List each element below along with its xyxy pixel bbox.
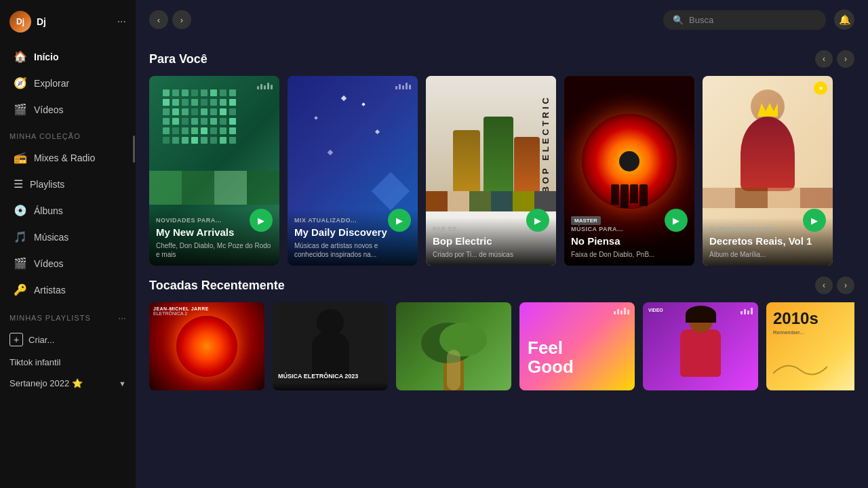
play-button[interactable]: ▶ bbox=[803, 209, 826, 232]
card-bop-electric[interactable]: BOP ELECTRIC PAR DE... Bop Electric Cria… bbox=[426, 76, 556, 266]
card-title: No Piensa bbox=[571, 235, 688, 247]
sidebar-item-inicio[interactable]: 🏠 Início bbox=[4, 43, 132, 70]
explore-icon: 🧭 bbox=[14, 77, 27, 89]
artist-icon: 🔑 bbox=[14, 283, 27, 296]
card-decretos-reais[interactable]: ★ ÁLBUM NOVO PARA... Decretos Reais, Vol… bbox=[703, 76, 833, 266]
bop-vertical-text: BOP ELECTRIC bbox=[540, 95, 551, 193]
create-playlist-button[interactable]: + Criar... bbox=[0, 327, 136, 352]
tocadas-prev-button[interactable]: ‹ bbox=[815, 277, 833, 294]
sidebar-item-musicas[interactable]: 🎵 Músicas bbox=[4, 224, 132, 250]
para-voce-title: Para Você bbox=[149, 52, 208, 66]
card-subtitle: Cheffe, Don Diablo, Mc Poze do Rodo e ma… bbox=[156, 241, 273, 259]
card-overlay: MÚSICA ELETRÔNICA 2023 bbox=[273, 382, 388, 390]
album-icon: 💿 bbox=[14, 204, 27, 217]
card-title: Decretos Reais, Vol 1 bbox=[709, 235, 826, 247]
tocadas-title: Tocadas Recentemente bbox=[149, 279, 285, 293]
scrollbar-thumb[interactable] bbox=[133, 136, 135, 163]
sidebar-header: Dj Dj ··· bbox=[0, 0, 136, 43]
sidebar-item-videos[interactable]: 🎬 Vídeos bbox=[4, 96, 132, 123]
card-jean-michel[interactable]: JEAN-MICHEL JARRE ELETRÔNICA 2 bbox=[149, 302, 264, 390]
card-no-piensa[interactable]: MASTER MÚSICA PARA... No Piensa Faixa de… bbox=[564, 76, 694, 266]
card-subtitle: Faixa de Don Diablo, PnB... bbox=[571, 250, 688, 259]
video-icon: 🎬 bbox=[14, 103, 27, 116]
video-badge: VIDEO bbox=[648, 308, 663, 312]
nav-arrows: ‹ › bbox=[149, 10, 191, 29]
playlist-icon: ☰ bbox=[14, 178, 23, 190]
card-header: JEAN-MICHEL JARRE ELETRÔNICA 2 bbox=[153, 306, 260, 316]
para-voce-nav: ‹ › bbox=[815, 50, 854, 68]
content-area: Para Você ‹ › bbox=[136, 39, 868, 488]
colecao-section-title: MINHA COLEÇÃO bbox=[0, 123, 136, 144]
para-voce-prev-button[interactable]: ‹ bbox=[815, 50, 833, 68]
more-menu-icon[interactable]: ··· bbox=[117, 16, 126, 28]
playlists-section-header: MINHAS PLAYLISTS ··· bbox=[0, 303, 136, 327]
sidebar-item-videos2[interactable]: 🎬 Vídeos bbox=[4, 250, 132, 277]
card-subtitle: Criado por Ti... de músicas bbox=[433, 250, 549, 259]
para-voce-cards: NOVIDADES PARA... My New Arrivals Cheffe… bbox=[149, 76, 854, 266]
sidebar-item-albuns[interactable]: 💿 Álbuns bbox=[4, 197, 132, 224]
play-button[interactable]: ▶ bbox=[250, 209, 273, 232]
playlist-item-sertanejo[interactable]: Sertanejo 2022 ⭐ ▼ bbox=[0, 373, 136, 394]
user-name: Dj bbox=[37, 16, 112, 27]
play-button[interactable]: ▶ bbox=[526, 209, 549, 232]
playlists-section-title: MINHAS PLAYLISTS bbox=[9, 314, 91, 322]
musica-label: MÚSICA ELETRÔNICA 2023 bbox=[278, 373, 358, 380]
playlist-item-tiktok[interactable]: Tiktok infantil bbox=[0, 352, 136, 373]
card-subtitle: Músicas de artistas novos e conhecidos i… bbox=[294, 241, 411, 259]
card-my-daily-discovery[interactable]: MIX ATUALIZADO... My Daily Discovery Mús… bbox=[288, 76, 418, 266]
card-feel-good[interactable]: FeelGood bbox=[519, 302, 635, 390]
chevron-down-icon: ▼ bbox=[119, 380, 126, 388]
sidebar-item-explorar[interactable]: 🧭 Explorar bbox=[4, 70, 132, 96]
sidebar-item-artistas[interactable]: 🔑 Artistas bbox=[4, 277, 132, 303]
tocadas-section-header: Tocadas Recentemente ‹ › bbox=[149, 277, 854, 294]
decade-subtitle: Remember... bbox=[773, 329, 804, 336]
sidebar-item-mixes[interactable]: 📻 Mixes & Radio bbox=[4, 144, 132, 171]
video2-icon: 🎬 bbox=[14, 257, 27, 270]
topbar: ‹ › 🔍 🔔 bbox=[136, 0, 868, 39]
sidebar-item-playlists[interactable]: ☰ Playlists bbox=[4, 171, 132, 197]
para-voce-section-header: Para Você ‹ › bbox=[149, 50, 854, 68]
card-musica-eletronica[interactable]: MÚSICA ELETRÔNICA 2023 bbox=[273, 302, 388, 390]
tocadas-recentemente-cards: JEAN-MICHEL JARRE ELETRÔNICA 2 MÚSICA EL… bbox=[149, 302, 854, 390]
card-my-new-arrivals[interactable]: NOVIDADES PARA... My New Arrivals Cheffe… bbox=[149, 76, 279, 266]
tocadas-nav: ‹ › bbox=[815, 277, 854, 294]
create-plus-icon: + bbox=[9, 333, 23, 346]
card-subtitle: Álbum de Marília... bbox=[709, 250, 826, 259]
music-icon: 🎵 bbox=[14, 230, 27, 243]
main-content: ‹ › 🔍 🔔 Para Você ‹ › bbox=[136, 0, 868, 488]
card-bg: VIDEO bbox=[643, 302, 758, 390]
home-icon: 🏠 bbox=[14, 50, 27, 63]
search-bar: 🔍 bbox=[663, 10, 826, 30]
card-title: Bop Electric bbox=[433, 235, 549, 247]
card-forest-path[interactable] bbox=[396, 302, 511, 390]
search-icon: 🔍 bbox=[673, 15, 684, 25]
decade-title: 2010s bbox=[773, 309, 818, 328]
card-bg: FeelGood bbox=[519, 302, 635, 390]
tocadas-next-button[interactable]: › bbox=[837, 277, 854, 294]
playlists-more-icon[interactable]: ··· bbox=[118, 312, 126, 323]
feel-good-text: FeelGood bbox=[528, 338, 574, 377]
back-button[interactable]: ‹ bbox=[149, 10, 168, 29]
search-input[interactable] bbox=[689, 15, 816, 25]
play-button[interactable]: ▶ bbox=[388, 209, 411, 232]
gold-badge: ★ bbox=[814, 81, 827, 95]
sidebar: Dj Dj ··· 🏠 Início 🧭 Explorar 🎬 Vídeos M… bbox=[0, 0, 136, 488]
card-2010s[interactable]: 2010s Remember... ✈ bbox=[766, 302, 854, 390]
card-bg bbox=[396, 302, 511, 390]
notification-icon[interactable]: 🔔 bbox=[834, 9, 854, 30]
card-video-mix[interactable]: VIDEO bbox=[643, 302, 758, 390]
forward-button[interactable]: › bbox=[172, 10, 191, 29]
play-button[interactable]: ▶ bbox=[665, 209, 688, 232]
para-voce-next-button[interactable]: › bbox=[837, 50, 854, 68]
radio-icon: 📻 bbox=[14, 151, 27, 164]
card-bg: 2010s Remember... ✈ bbox=[766, 302, 854, 390]
avatar[interactable]: Dj bbox=[9, 11, 31, 33]
